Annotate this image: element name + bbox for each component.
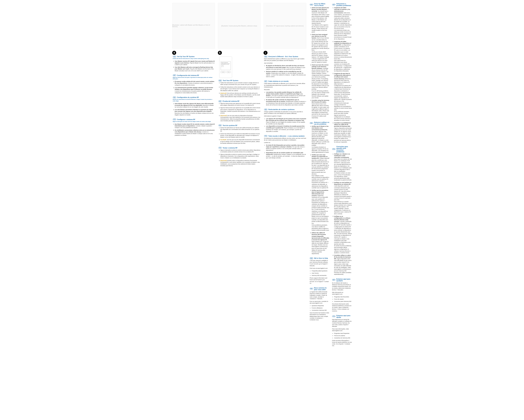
list: Siga las instrucciones que aparezcan en …	[220, 103, 261, 122]
section-title: ENG We're Here to Help	[310, 257, 330, 259]
remote-screen-text: Select devices you want to be controlled…	[221, 63, 230, 66]
paragraph: Vos blasters émettent un signal au récep…	[312, 146, 330, 153]
fixes-ptg: PTG Correções para quando você encontrar…	[332, 146, 352, 276]
title-text: Particularités de certains systèmes	[268, 109, 295, 110]
lang-pill-eng: ENG	[218, 80, 222, 81]
step5-ptg: PTG Testar o sistema RF Siga as instruçõ…	[218, 147, 261, 167]
list-item: Siga as instruções na tela do controle r…	[220, 154, 261, 159]
section-title: ESP Prueba del sistema RF	[218, 100, 261, 102]
title-text: Nous sommes là pour vous aider	[314, 287, 330, 290]
title-text: Fixes for When You're Stuck	[314, 3, 330, 6]
page-grid: [Illustration: cabinet with Blaster and …	[172, 3, 352, 350]
list-item: (Opcional) Quando todos os dispositivos …	[220, 160, 261, 167]
list-item: Follow the instructions on your remote's…	[220, 82, 261, 85]
list-item: El extensor recibe señales RF del contro…	[175, 81, 215, 86]
lang-pill-esp: ESP	[218, 100, 222, 102]
remote-screen-options: IR · RF	[221, 66, 230, 67]
paragraph: Os sistemas de entretenimento diferem un…	[264, 137, 306, 141]
bullet-list: Frequently asked questions User forums H…	[312, 270, 330, 276]
lang-pill-ptg: PTG	[332, 148, 336, 150]
list-item: El sistema RF puede controlar los dispos…	[266, 99, 306, 106]
fixes-esp: ESP Soluciones a posibles problemas Aseg…	[332, 3, 352, 144]
help-esp: ESP Estamos aquí para ayudarle En el sof…	[332, 278, 352, 313]
list: Vérifiez que le blaster et les mini blas…	[312, 125, 330, 254]
info-fra: FRA Particularités de certains systèmes …	[263, 109, 306, 133]
title-text: Estamos aquí para ayudarle	[336, 278, 352, 281]
section-title: ESP Configuración del sistema RF	[173, 74, 215, 76]
subnote: Siga las instrucciones del paso 3 (prueb…	[173, 77, 215, 80]
title-text: Cada sistema es un mundo	[268, 80, 288, 82]
list-item: Utilisez des câbles IR Harmony 900 Preci…	[312, 232, 330, 254]
subnote: Suivez les instructions du test IR effec…	[173, 99, 215, 102]
item-text: Dans certains cas, un type de câble de m…	[312, 241, 329, 254]
title-text: Configuration du système RF	[177, 96, 199, 98]
list: Seu blaster recebe sinais RF do controle…	[175, 123, 215, 136]
list-item: Verifique se você atribuiu os dispositiv…	[334, 182, 352, 215]
help-eng: ENG We're Here to Help A full user manua…	[309, 257, 330, 285]
list: Check you have placed your Blaster and M…	[312, 7, 330, 119]
list-item: Perguntas mais frequentes	[334, 332, 352, 334]
remote-cancel-button[interactable]: Cancel	[220, 71, 226, 73]
paragraph: Os blasters emitem um sinal para o senso…	[334, 172, 352, 181]
list-item: Consider using the Harmony 900 Precision…	[312, 99, 330, 119]
illustration-cabinet: [Illustration: cabinet with Blaster and …	[172, 3, 215, 49]
bold-lead: Considere la posibilidad de utilizar los…	[334, 122, 351, 127]
title-text: Correções para quando você encontrar pro…	[336, 146, 352, 153]
section-title: ESP Estamos aquí para ayudarle	[332, 278, 352, 281]
list: Asegúrese de haber colocado el extensor …	[334, 7, 352, 143]
paragraph: Le logiciel de la télécommande Harmony c…	[310, 291, 330, 300]
paragraph: Los extensores emiten una señal que reci…	[334, 29, 352, 40]
paragraph: Each entertainment system is different s…	[264, 58, 306, 61]
remote-option-rf: RF	[223, 66, 224, 67]
lang-pill-esp: ESP	[173, 74, 176, 76]
lang-pill-fra: FRA	[310, 288, 313, 289]
paragraph: Encontrará información sobre asistencia …	[332, 303, 352, 312]
step4-eng: ENG Set Up Your RF System Follow the IR …	[172, 56, 215, 72]
paragraph: To tell your remote which devices you wa…	[312, 51, 330, 63]
list-item: Vérifiez que le blaster et les mini blas…	[312, 125, 330, 153]
illustration-hands: [Illustration: hands placing Mini Blaste…	[218, 3, 261, 49]
title-text: Everyone's Different - So's Your System	[269, 56, 298, 57]
remote-screen-illustration: Device Assignment Select devices you wan…	[219, 57, 232, 78]
paragraph: Find more at www.logitech.com:	[310, 267, 330, 269]
bold-lead: Verifique se você atribuiu os dispositiv…	[334, 182, 351, 185]
section-title: ENG Set Up Your RF System	[173, 56, 215, 57]
step-4-badge: 4	[172, 51, 176, 55]
lang-pill-fra: FRA	[173, 97, 176, 98]
list-item: Accesorios para Harmony 900	[334, 301, 352, 302]
step-5-badge: 5	[218, 51, 222, 55]
list-item: Suivez les instructions sur l'écran de l…	[220, 127, 261, 132]
item-text: Chaque dispositif peut être contrôlé par…	[312, 158, 329, 175]
info-eng: ENG Everyone's Different - So's Your Sys…	[263, 56, 306, 78]
step4-fra: FRA Configuration du système RF Suivez l…	[172, 96, 215, 117]
list-item: (Opcional) Una vez que todos los disposi…	[220, 115, 261, 122]
list-item: Your Mini Blasters add extra coverage by…	[175, 66, 215, 71]
list-item: Siga las instrucciones que aparezcan en …	[220, 107, 261, 114]
paragraph: En el software del mando a distancia Har…	[332, 282, 352, 291]
paragraph: Se ainda encontrar problemas, será neces…	[334, 245, 352, 254]
column-3: [Illustration: RF signal waves reaching …	[263, 3, 306, 350]
paragraph: Para mais informações, visite www.logite…	[332, 328, 352, 332]
list-item: Foros de usuario	[334, 298, 352, 300]
item-text: Los dispositivos pueden controlarse con …	[334, 44, 352, 60]
list-item: Forums utilisateurs	[312, 307, 330, 309]
list-item: Los miniextensores permiten agregar cobe…	[175, 87, 215, 94]
paragraph: Recuerde:	[264, 89, 306, 90]
bold-lead: Les signaux IR sont bloqués par les port…	[266, 118, 306, 121]
list-item: Seu blaster recebe sinais RF do controle…	[175, 123, 215, 128]
remote-done-button[interactable]: Done	[226, 71, 231, 73]
list-item: Vérifiez que vous avez attribué vos disp…	[312, 154, 330, 189]
title-text: Estamos aqui para ajudar	[336, 315, 352, 318]
item-text: Simply place your Blaster or one Mini Bl…	[266, 72, 306, 77]
title-text: Soluciones a posibles problemas	[336, 3, 352, 6]
list-item: Vérifiez que les paramètres dans le logi…	[312, 190, 330, 231]
help-ptg: PTG Estamos aqui para ajudar Está dispon…	[332, 315, 352, 348]
remote-screen-content: Device Assignment Select devices you wan…	[221, 61, 231, 70]
list-item: Questions fréquentes	[312, 305, 330, 306]
paragraph: Si los problemas persisten, puede que de…	[334, 111, 352, 121]
list-item: Asegúrese de haber colocado el extensor …	[334, 7, 352, 40]
list-item: Check you have placed your Blaster and M…	[312, 7, 330, 33]
list-item: Facultatif: une fois que tous les dispos…	[220, 139, 261, 144]
item-text: Cancele a atribuição de todos os disposi…	[334, 221, 352, 245]
list-item: Suivez les instructions pour mettre les …	[220, 133, 261, 138]
